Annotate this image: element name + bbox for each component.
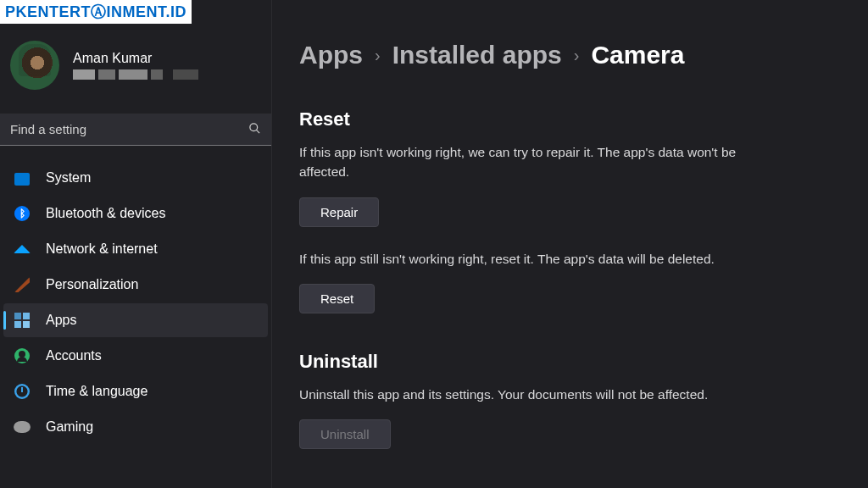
nav-label: Apps (46, 313, 76, 328)
nav-label: Network & internet (46, 241, 158, 257)
reset-button[interactable]: Reset (299, 284, 375, 313)
nav-label: Accounts (46, 348, 102, 363)
search-box[interactable] (0, 114, 271, 146)
repair-description: If this app isn't working right, we can … (299, 142, 774, 182)
watermark-brand: PKENTERTⒶINMENT.ID (0, 0, 192, 24)
nav-accounts[interactable]: Accounts (3, 339, 268, 373)
bluetooth-icon: ᛒ (14, 205, 31, 222)
system-icon (14, 169, 31, 186)
svg-line-1 (256, 130, 259, 133)
chevron-right-icon: › (375, 46, 381, 65)
nav-label: Time & language (46, 384, 147, 399)
crumb-installed-apps[interactable]: Installed apps (392, 41, 562, 69)
chevron-right-icon: › (574, 46, 580, 65)
nav-bluetooth[interactable]: ᛒ Bluetooth & devices (3, 197, 268, 230)
main-content: Apps › Installed apps › Camera Reset If … (271, 0, 868, 488)
nav-apps[interactable]: Apps (3, 303, 268, 337)
repair-button[interactable]: Repair (299, 197, 379, 227)
svg-point-0 (250, 123, 258, 130)
nav-label: Personalization (46, 277, 138, 292)
search-input[interactable] (10, 122, 248, 136)
crumb-apps[interactable]: Apps (299, 41, 363, 69)
uninstall-button[interactable]: Uninstall (299, 419, 391, 449)
reset-section: Reset If this app isn't working right, w… (299, 108, 841, 336)
search-icon (248, 122, 261, 137)
settings-nav: System ᛒ Bluetooth & devices Network & i… (0, 161, 271, 444)
person-icon (14, 347, 31, 364)
avatar (10, 41, 59, 90)
crumb-current: Camera (591, 41, 684, 69)
gamepad-icon (14, 419, 31, 435)
section-title-uninstall: Uninstall (299, 351, 841, 373)
nav-system[interactable]: System (3, 161, 268, 195)
nav-label: System (46, 170, 91, 186)
reset-description: If this app still isn't working right, r… (299, 249, 774, 269)
profile-text: Aman Kumar (73, 51, 198, 80)
profile-name: Aman Kumar (73, 51, 198, 66)
clock-globe-icon (14, 383, 31, 400)
breadcrumb: Apps › Installed apps › Camera (299, 41, 841, 69)
brush-icon (14, 276, 31, 293)
nav-personalization[interactable]: Personalization (3, 268, 268, 302)
section-title-reset: Reset (299, 108, 841, 130)
profile-block[interactable]: Aman Kumar (0, 34, 271, 110)
profile-email-redacted (73, 69, 198, 80)
nav-network[interactable]: Network & internet (3, 232, 268, 266)
apps-icon (14, 312, 31, 329)
wifi-icon (14, 241, 31, 258)
nav-label: Bluetooth & devices (46, 206, 165, 221)
settings-sidebar: Aman Kumar System ᛒ Bluetooth & devices … (0, 0, 271, 488)
uninstall-description: Uninstall this app and its settings. You… (299, 385, 774, 404)
nav-label: Gaming (46, 419, 93, 435)
nav-time[interactable]: Time & language (3, 374, 268, 408)
uninstall-section: Uninstall Uninstall this app and its set… (299, 351, 841, 471)
nav-gaming[interactable]: Gaming (3, 410, 268, 444)
